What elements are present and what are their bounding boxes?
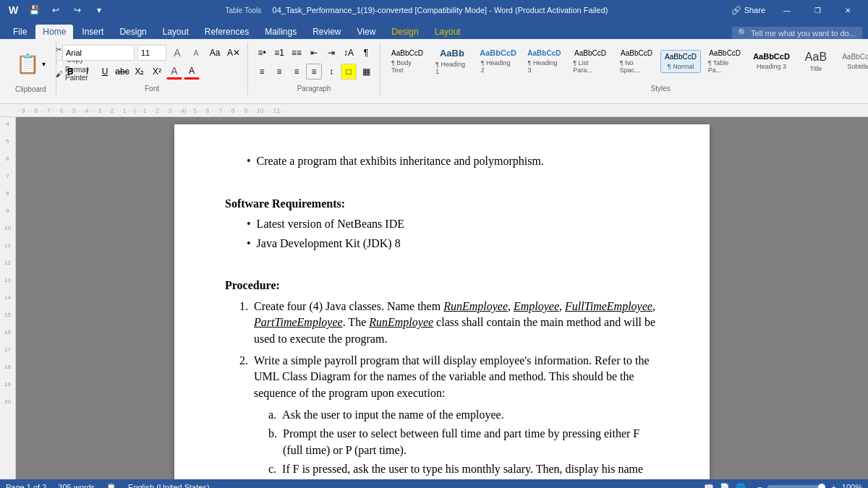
tab-home[interactable]: Home — [35, 25, 73, 39]
style-list-para[interactable]: AaBbCcD ¶ List Para... — [568, 46, 613, 77]
numbering-button[interactable]: ≡1 — [271, 45, 287, 61]
step-b: b. Prompt the user to select between ful… — [268, 426, 659, 458]
change-case-button[interactable]: Aa — [207, 45, 223, 61]
search-icon: 🔍 — [738, 28, 748, 38]
document-area[interactable]: • Create a program that exhibits inherit… — [16, 117, 868, 479]
paragraph-section: ≡• ≡1 ≡≡ ⇤ ⇥ ↕A ¶ ≡ ≡ ≡ ≡ ↕ □ ▦ Paragrap… — [248, 42, 380, 95]
decrease-indent-button[interactable]: ⇤ — [306, 45, 322, 61]
bullet-marker-req2: • — [247, 236, 251, 252]
style-normal[interactable]: AaBbCcD ¶ Normal — [660, 50, 700, 73]
tab-design[interactable]: Design — [112, 25, 153, 39]
style-heading1[interactable]: AaBb ¶ Heading 1 — [430, 45, 474, 78]
increase-indent-button[interactable]: ⇥ — [323, 45, 339, 61]
tab-insert[interactable]: Insert — [75, 25, 111, 39]
font-family-input[interactable] — [62, 45, 135, 61]
tab-file[interactable]: File — [6, 25, 34, 39]
clear-format-button[interactable]: A✕ — [226, 45, 242, 61]
font-row1: A A Aa A✕ — [62, 45, 242, 61]
line-spacing-button[interactable]: ↕ — [323, 64, 339, 80]
tab-mailings[interactable]: Mailings — [258, 25, 304, 39]
style-no-spacing[interactable]: AaBbCcD ¶ No Spac... — [615, 46, 659, 77]
multilevel-button[interactable]: ≡≡ — [289, 45, 305, 61]
bold-button[interactable]: B — [62, 64, 78, 80]
font-section: A A Aa A✕ B I U abc X₂ X² A A Font — [56, 42, 248, 95]
font-row2: B I U abc X₂ X² A A — [62, 64, 242, 80]
shrink-font-button[interactable]: A — [188, 45, 204, 61]
step-b-text: Prompt the user to select between full t… — [283, 426, 659, 458]
paste-button[interactable]: 📋 ▾ — [12, 50, 50, 78]
tab-layout[interactable]: Layout — [156, 25, 196, 39]
style-table-para[interactable]: AaBbCcD ¶ Table Pa... — [703, 46, 747, 77]
grow-font-button[interactable]: A — [169, 45, 185, 61]
close-button[interactable]: ✕ — [833, 0, 862, 20]
zoom-slider[interactable] — [767, 485, 825, 488]
italic-button[interactable]: I — [80, 64, 95, 80]
tab-review[interactable]: Review — [305, 25, 348, 39]
share-button[interactable]: 🔗 Share — [726, 4, 771, 17]
language-indicator[interactable]: English (United States) — [128, 483, 210, 488]
font-color-button[interactable]: A — [184, 64, 200, 80]
sort-button[interactable]: ↕A — [341, 45, 357, 61]
req-text-2: Java Development Kit (JDK) 8 — [257, 236, 401, 252]
style-subtitle-preview: AaBbCcD — [842, 53, 868, 61]
step-2: 2. Write a simple payroll program that w… — [239, 353, 659, 401]
tab-design2[interactable]: Design — [384, 25, 425, 39]
style-heading2[interactable]: AaBbCcD ¶ Heading 2 — [476, 46, 521, 77]
title-bar: W 💾 ↩ ↪ ▾ Table Tools 04_Task_Performanc… — [0, 0, 868, 20]
clipboard-section: 📋 ▾ ✂ ✂ Cut 📄 Copy 🖌 Format Painter — [6, 42, 56, 95]
save-button[interactable]: 💾 — [25, 1, 43, 19]
justify-button[interactable]: ≡ — [306, 64, 322, 80]
align-left-button[interactable]: ≡ — [254, 64, 270, 80]
style-body-text[interactable]: AaBbCcD ¶ Body Text — [386, 46, 428, 77]
zoom-minus[interactable]: − — [757, 483, 762, 488]
show-marks-button[interactable]: ¶ — [358, 45, 374, 61]
zoom-plus[interactable]: + — [831, 483, 835, 488]
employee-class: Employee — [514, 300, 559, 312]
style-body-label: ¶ Body Text — [391, 59, 423, 74]
tell-me-input[interactable]: 🔍 Tell me what you want to do... — [732, 27, 862, 39]
shading-button[interactable]: □ — [341, 64, 357, 80]
view-print-button[interactable]: 📄 — [720, 483, 730, 489]
track-changes-icon: 📋 — [106, 483, 116, 489]
align-right-button[interactable]: ≡ — [289, 64, 305, 80]
tab-view[interactable]: View — [350, 25, 383, 39]
view-web-button[interactable]: 🌐 — [736, 483, 746, 489]
bullet-marker: • — [247, 153, 251, 169]
highlight-button[interactable]: A — [166, 64, 182, 80]
para-row2: ≡ ≡ ≡ ≡ ↕ □ ▦ — [254, 64, 374, 80]
style-heading3[interactable]: AaBbCcD ¶ Heading 3 — [523, 46, 566, 77]
full-time-class: FullTimeEmployee — [565, 300, 652, 312]
style-normal-preview: AaBbCcD — [665, 53, 697, 61]
underline-button[interactable]: U — [97, 64, 113, 80]
restore-button[interactable]: ❐ — [803, 0, 832, 20]
zoom-thumb — [818, 484, 825, 488]
minimize-button[interactable]: — — [773, 0, 801, 20]
borders-button[interactable]: ▦ — [358, 64, 374, 80]
style-title-preview: AaB — [805, 50, 827, 64]
style-subtitle-label: Subtitle — [847, 63, 868, 70]
bullets-button[interactable]: ≡• — [254, 45, 270, 61]
superscript-button[interactable]: X² — [149, 64, 165, 80]
status-bar: Page 1 of 2 305 words 📋 English (United … — [0, 479, 868, 488]
tab-references[interactable]: References — [197, 25, 256, 39]
redo-button[interactable]: ↪ — [69, 1, 86, 19]
bullet-text-1: Create a program that exhibits inheritan… — [257, 153, 544, 169]
style-subtitle[interactable]: AaBbCcD Subtitle — [838, 50, 868, 73]
quick-access-toolbar: W 💾 ↩ ↪ ▾ — [6, 1, 108, 19]
align-center-button[interactable]: ≡ — [271, 64, 287, 80]
subscript-button[interactable]: X₂ — [132, 64, 148, 80]
style-heading3b[interactable]: AaBbCcD Heading 3 — [749, 49, 794, 73]
strikethrough-button[interactable]: abc — [114, 64, 130, 80]
view-read-button[interactable]: 📖 — [704, 483, 714, 489]
word-icon: W — [6, 3, 21, 17]
undo-button[interactable]: ↩ — [47, 1, 64, 19]
customize-qat-button[interactable]: ▾ — [90, 1, 108, 19]
style-table-label: ¶ Table Pa... — [708, 59, 742, 74]
ribbon: 📋 ▾ ✂ ✂ Cut 📄 Copy 🖌 Format Painter — [0, 39, 868, 104]
tab-layout2[interactable]: Layout — [427, 25, 468, 39]
style-list-label: ¶ List Para... — [573, 59, 608, 74]
font-size-input[interactable] — [137, 45, 166, 61]
document-page[interactable]: • Create a program that exhibits inherit… — [174, 124, 710, 479]
style-title[interactable]: AaB Title — [796, 47, 835, 75]
bullet-marker-req1: • — [247, 216, 251, 232]
